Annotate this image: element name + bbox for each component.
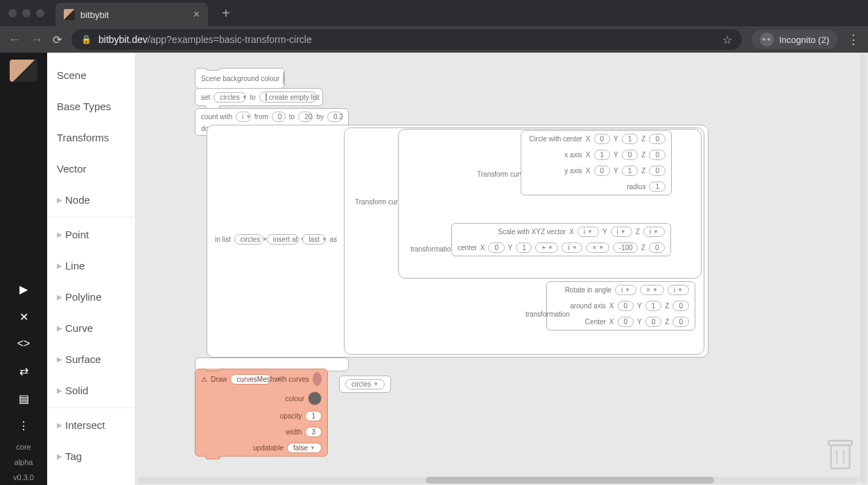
alpha-label: alpha bbox=[15, 458, 33, 466]
loop-var[interactable]: i▼ bbox=[236, 112, 251, 122]
incognito-badge[interactable]: 👓 Incognito (2) bbox=[752, 30, 837, 49]
lock-icon: 🔒 bbox=[81, 35, 92, 44]
browser-tab[interactable]: bitbybit × bbox=[55, 3, 208, 26]
horizontal-scrollbar[interactable] bbox=[137, 477, 858, 484]
block-scale[interactable]: Scale with XYZ vector Xi▼ Yi▼ Zi▼ center… bbox=[451, 223, 671, 256]
colour-swatch[interactable] bbox=[308, 391, 322, 405]
gear-icon bbox=[266, 93, 267, 101]
toolbox-item-solid[interactable]: ▶Solid bbox=[47, 375, 135, 406]
block-circle[interactable]: Circle with center X0 Y1 Z0 x axis X1 Y0… bbox=[521, 130, 672, 195]
svg-rect-1 bbox=[828, 441, 851, 446]
back-button[interactable]: ← bbox=[8, 33, 21, 47]
updatable-dropdown[interactable]: false▼ bbox=[287, 443, 322, 453]
library-icon[interactable]: ▤ bbox=[15, 391, 32, 405]
caret-icon: ▶ bbox=[57, 262, 62, 270]
caret-icon: ▶ bbox=[57, 196, 62, 204]
toolbox-item-point[interactable]: ▶Point bbox=[47, 219, 135, 250]
block-circles-var[interactable]: circles▼ bbox=[339, 376, 391, 393]
browser-toolbar: ← → ⟳ 🔒 bitbybit.dev/app?examples=basic-… bbox=[0, 26, 868, 53]
list-var[interactable]: circles▼ bbox=[234, 234, 263, 245]
list-pos[interactable]: last▼ bbox=[302, 234, 326, 245]
more-icon[interactable]: ⋮ bbox=[15, 419, 32, 432]
block-rotate[interactable]: Rotate in angle i▼ ×▼ i▼ around axis X0 … bbox=[546, 281, 695, 330]
by-value[interactable]: 0.2 bbox=[327, 112, 342, 122]
toolbox-item-curve[interactable]: ▶Curve bbox=[47, 312, 135, 344]
caret-icon: ▶ bbox=[57, 421, 62, 429]
toolbox-item-vector[interactable]: Vector bbox=[47, 153, 135, 184]
version-label: v0.3.0 bbox=[13, 473, 34, 482]
swap-icon[interactable]: ⇄ bbox=[15, 364, 32, 378]
incognito-icon: 👓 bbox=[760, 33, 774, 46]
svg-rect-0 bbox=[831, 446, 850, 468]
tab-title: bitbybit bbox=[80, 10, 188, 20]
toolbox-item-polyline[interactable]: ▶Polyline bbox=[47, 281, 135, 312]
browser-menu-button[interactable]: ⋮ bbox=[847, 32, 860, 47]
caret-icon: ▶ bbox=[57, 452, 62, 460]
tab-close-button[interactable]: × bbox=[193, 8, 200, 21]
toolbox-item-scene[interactable]: Scene bbox=[47, 65, 135, 91]
code-icon[interactable]: <> bbox=[15, 337, 32, 351]
vertical-scrollbar[interactable] bbox=[860, 54, 867, 484]
toolbox-item-tag[interactable]: ▶Tag bbox=[47, 441, 135, 472]
toolbox-item-node[interactable]: ▶Node bbox=[47, 184, 135, 215]
toolbox-item-intersect[interactable]: ▶Intersect bbox=[47, 409, 135, 441]
tools-icon[interactable]: ✕ bbox=[15, 310, 32, 323]
list-action[interactable]: insert at▼ bbox=[267, 234, 299, 245]
toolbox-item-surface[interactable]: ▶Surface bbox=[47, 344, 135, 375]
toolbox-panel: Scene Base Types Transforms Vector ▶Node… bbox=[47, 53, 136, 485]
block-inlist[interactable]: in list circles▼ insert at▼ last▼ as bbox=[209, 231, 342, 247]
toolbox-item-transforms[interactable]: Transforms bbox=[47, 122, 135, 153]
url-text: bitbybit.dev/app?examples=basic-transfor… bbox=[98, 34, 312, 45]
tab-favicon bbox=[64, 9, 75, 20]
forward-button[interactable]: → bbox=[31, 33, 43, 47]
trash-icon[interactable] bbox=[826, 438, 854, 471]
address-bar[interactable]: 🔒 bitbybit.dev/app?examples=basic-transf… bbox=[71, 29, 742, 50]
play-icon[interactable]: ▶ bbox=[15, 283, 32, 296]
new-tab-button[interactable]: + bbox=[222, 6, 230, 21]
mesh-dropdown[interactable]: curvesMesh▼ bbox=[230, 374, 270, 385]
caret-icon: ▶ bbox=[57, 355, 62, 363]
create-list[interactable]: create empty list bbox=[259, 91, 317, 103]
reload-button[interactable]: ⟳ bbox=[53, 33, 62, 46]
app-rail: ▶ ✕ <> ⇄ ▤ ⋮ core alpha v0.3.0 bbox=[0, 53, 47, 485]
blockly-canvas[interactable]: Scene background colour set circles▼ to … bbox=[136, 53, 868, 485]
bookmark-icon[interactable]: ☆ bbox=[722, 33, 732, 46]
window-close-button[interactable] bbox=[8, 9, 17, 17]
block-set-var[interactable]: set circles▼ to create empty list bbox=[195, 88, 323, 106]
caret-icon: ▶ bbox=[57, 324, 62, 332]
core-label: core bbox=[16, 443, 31, 451]
to-value[interactable]: 20 bbox=[298, 112, 313, 122]
curves-swatch[interactable] bbox=[313, 372, 322, 386]
window-title-bar: bitbybit × + bbox=[0, 0, 868, 26]
from-value[interactable]: 0 bbox=[272, 112, 286, 122]
caret-icon: ▶ bbox=[57, 293, 62, 301]
block-scene-bg[interactable]: Scene background colour bbox=[195, 68, 285, 89]
window-minimize-button[interactable] bbox=[22, 9, 31, 17]
caret-icon: ▶ bbox=[57, 387, 62, 394]
caret-icon: ▶ bbox=[57, 231, 62, 238]
window-maximize-button[interactable] bbox=[36, 9, 44, 17]
toolbox-item-line[interactable]: ▶Line bbox=[47, 250, 135, 281]
block-draw[interactable]: ⚠ Draw curvesMesh▼ with curves colour op… bbox=[195, 369, 328, 457]
scrollbar-thumb[interactable] bbox=[426, 477, 714, 484]
warning-icon: ⚠ bbox=[201, 376, 207, 383]
var-dropdown[interactable]: circles▼ bbox=[214, 92, 246, 103]
toolbox-item-basetypes[interactable]: Base Types bbox=[47, 91, 135, 122]
colour-swatch[interactable] bbox=[283, 71, 284, 85]
app-logo[interactable] bbox=[10, 60, 37, 82]
